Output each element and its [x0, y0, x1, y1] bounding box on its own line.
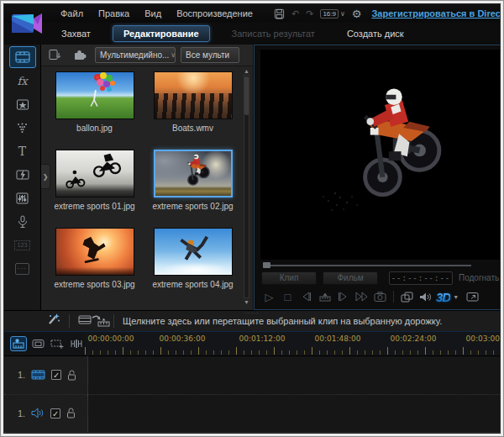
snapshot-button[interactable]	[372, 289, 388, 305]
thumbnail-extreme-04	[154, 228, 233, 276]
audio-mixing-room-icon[interactable]	[9, 187, 36, 209]
media-item-extreme-02[interactable]: extreme sports 02.jpg	[146, 150, 239, 228]
seek-bar[interactable]	[263, 261, 501, 269]
previous-frame-button[interactable]	[298, 289, 314, 305]
chevron-down-icon[interactable]: ▼	[453, 294, 459, 300]
clip-mode-button[interactable]: Клип	[261, 271, 317, 285]
menu-view[interactable]: Вид	[137, 7, 169, 20]
media-item-boats[interactable]: Boats.wmv	[146, 71, 239, 150]
fit-zoom-dropdown[interactable]: Подогнать ▼	[459, 273, 501, 282]
track-manager-button[interactable]	[49, 336, 66, 351]
scrollbar-thumb[interactable]	[244, 76, 249, 115]
timeline-ruler[interactable]: 00:00:00:00 00:00:36:00 00:01:12:00 00:0…	[85, 332, 500, 355]
title-room-icon[interactable]: T	[9, 140, 36, 162]
particle-room-icon[interactable]	[9, 117, 36, 139]
video-track-header: 1. ✓	[4, 356, 88, 394]
scroll-down-icon[interactable]: ▼	[244, 299, 249, 305]
menu-edit[interactable]: Правка	[91, 7, 137, 20]
motocross-rider-graphic	[339, 58, 463, 239]
media-item-ballon[interactable]: ballon.jpg	[48, 71, 141, 150]
tab-capture[interactable]: Захват	[51, 26, 101, 41]
timeline-tracks: 1. ✓ 1. ✓	[4, 356, 500, 433]
video-track-area[interactable]	[88, 356, 500, 394]
import-media-icon[interactable]	[45, 47, 65, 64]
window-frame: Файл Правка Вид Воспроизведение ↶ ↷ 16:9…	[0, 0, 504, 437]
track-enable-checkbox[interactable]: ✓	[50, 408, 60, 419]
app-logo-icon	[10, 8, 45, 41]
tab-edit[interactable]: Редактирование	[113, 25, 210, 42]
track-lock-icon[interactable]	[66, 408, 76, 419]
gear-icon[interactable]: ⚙	[352, 8, 362, 20]
library-toolbar: Мультимедийно... ∨ Все мульти	[41, 45, 253, 66]
timeline-hint-bar: ····· Щелкните здесь или перетащите выбр…	[4, 310, 500, 332]
ruler-label: 00:00:36:00	[160, 334, 206, 343]
thumbnail-boats	[154, 71, 233, 119]
play-button[interactable]: ▷	[261, 289, 277, 305]
seek-handle[interactable]	[263, 262, 270, 268]
scrollbar-track[interactable]	[244, 75, 249, 298]
redo-icon[interactable]: ↷	[306, 8, 313, 19]
next-frame-button[interactable]	[335, 289, 351, 305]
chapter-room-icon[interactable]: 123	[9, 234, 36, 256]
media-item-extreme-04[interactable]: extreme sports 04.jpg	[146, 228, 239, 306]
scroll-up-icon[interactable]: ▲	[244, 68, 249, 74]
library-category-dropdown[interactable]: Мультимедийно... ∨	[95, 47, 176, 63]
timeline-header: 00:00:00:00 00:00:36:00 00:01:12:00 00:0…	[4, 332, 500, 356]
stop-button[interactable]: □	[280, 289, 296, 305]
register-directorzone-link[interactable]: Зарегистрироваться в DirectorZone	[371, 8, 501, 18]
transport-controls: ▷ □	[255, 287, 501, 309]
ruler-label: 00:00:00:00	[88, 334, 134, 343]
undock-preview-button[interactable]	[399, 289, 415, 305]
fast-forward-button[interactable]	[354, 289, 370, 305]
ruler-label: 00:03:00:00	[466, 334, 501, 343]
effect-room-icon[interactable]: fx	[9, 70, 36, 92]
subtitle-room-icon[interactable]: ---	[9, 258, 36, 280]
3d-mode-button[interactable]: 3D	[436, 290, 450, 304]
fullscreen-button[interactable]	[465, 289, 480, 305]
volume-button[interactable]	[417, 289, 433, 305]
library-filter-dropdown[interactable]: Все мульти	[181, 47, 239, 63]
divider	[69, 314, 70, 328]
undo-icon[interactable]: ↶	[291, 8, 299, 19]
divider	[113, 314, 114, 328]
fit-timeline-button[interactable]	[68, 336, 85, 351]
panel-expand-handle[interactable]: ❯	[41, 164, 50, 189]
drop-hint-text[interactable]: Щелкните здесь или перетащите выбранный …	[123, 316, 442, 326]
insert-clip-to-track-icon[interactable]	[78, 314, 110, 328]
track-number: 1.	[18, 408, 25, 419]
movie-mode-button[interactable]: Фильм	[323, 271, 378, 285]
preview-screen[interactable]	[260, 50, 501, 260]
tab-produce[interactable]: Записать результат	[222, 26, 325, 41]
transition-room-icon[interactable]	[9, 164, 36, 186]
save-icon[interactable]	[274, 8, 285, 19]
download-templates-icon[interactable]	[70, 47, 90, 64]
media-item-name: extreme sports 01.jpg	[54, 202, 134, 211]
magic-tools-icon[interactable]	[46, 313, 60, 329]
video-track-row: 1. ✓	[4, 356, 500, 395]
voice-over-room-icon[interactable]	[9, 211, 36, 233]
ruler-label: 00:01:12:00	[239, 334, 286, 343]
storyboard-view-button[interactable]	[29, 336, 46, 351]
aspect-ratio-value: 16:9	[320, 9, 339, 18]
track-enable-checkbox[interactable]: ✓	[51, 370, 61, 380]
main-area: fx T 123 ---	[4, 45, 500, 310]
timeline-view-button[interactable]	[10, 336, 27, 351]
track-number: 1.	[18, 370, 25, 380]
splitter-grip-icon[interactable]: ·····	[245, 311, 260, 315]
media-item-extreme-01[interactable]: extreme sports 01.jpg	[48, 150, 141, 228]
menu-playback[interactable]: Воспроизведение	[169, 7, 260, 20]
media-item-name: extreme sports 03.jpg	[54, 280, 134, 289]
track-lock-icon[interactable]	[67, 370, 76, 381]
seek-track[interactable]	[265, 265, 471, 266]
menu-file[interactable]: Файл	[53, 7, 91, 20]
timeline-panel: 00:00:00:00 00:00:36:00 00:01:12:00 00:0…	[4, 332, 500, 433]
library-scrollbar[interactable]: ▲ ▼	[242, 68, 251, 305]
media-item-name: ballon.jpg	[76, 124, 113, 133]
pip-objects-room-icon[interactable]	[9, 93, 36, 115]
media-item-extreme-03[interactable]: extreme sports 03.jpg	[48, 228, 141, 306]
aspect-ratio-button[interactable]: 16:9 ∨	[320, 9, 344, 18]
scrub-button[interactable]	[317, 289, 333, 305]
media-room-icon[interactable]	[9, 46, 36, 68]
tab-create-disc[interactable]: Создать диск	[337, 26, 414, 41]
audio-track-area[interactable]	[88, 395, 500, 433]
